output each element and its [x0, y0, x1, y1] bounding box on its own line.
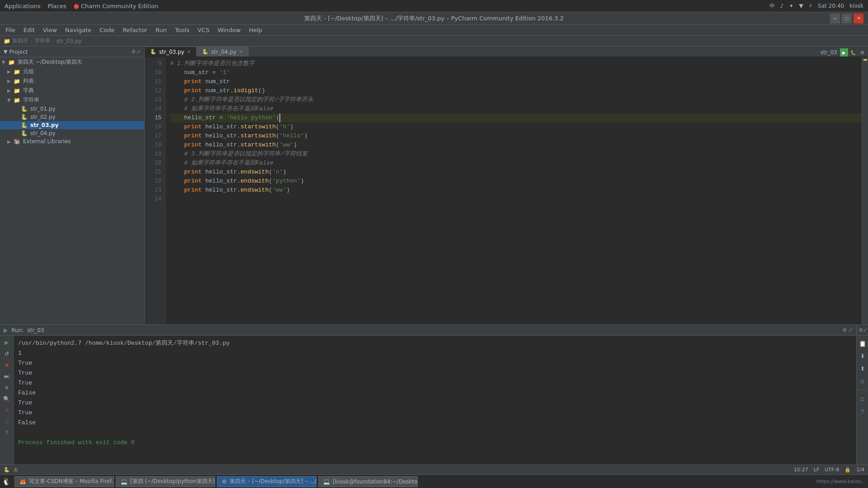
tree-item-liebiao[interactable]: ▶ 📁 列表	[0, 76, 144, 86]
breadcrumb-3[interactable]: str_03.py	[57, 38, 82, 44]
menu-code[interactable]: Code	[96, 26, 118, 34]
tree-label-str04: str_04.py	[30, 130, 56, 136]
menu-refactor[interactable]: Refactor	[119, 26, 151, 34]
code-line-15: hello_str = 'hello python'|	[170, 113, 862, 122]
system-bar-left: Applications Places ● Charm Community Ed…	[5, 2, 159, 9]
code-23-mid: hello_str.	[202, 186, 241, 195]
run-filter-button[interactable]: 🔍	[2, 394, 12, 404]
run-step-button[interactable]: ⏭	[2, 371, 12, 381]
breadcrumb-sep-1: ›	[30, 38, 33, 44]
event-log-btn-5[interactable]: □	[858, 394, 868, 404]
code-paren-21-close: )	[283, 168, 287, 177]
places-menu[interactable]: Places	[47, 3, 66, 9]
project-settings-icon[interactable]: ⚙	[131, 49, 136, 55]
menu-window[interactable]: Window	[214, 26, 244, 34]
event-log-help-btn[interactable]: ?	[858, 407, 868, 417]
code-line-11-rest: num_str	[202, 77, 230, 86]
status-bar: 🐍 ⚠ 15:27 LF UTF-8 🔒 1/4	[0, 465, 868, 474]
maximize-button[interactable]: □	[842, 14, 852, 23]
code-paren-16-close: )	[290, 122, 293, 131]
event-log-btn-1[interactable]: 📋	[858, 338, 868, 348]
breadcrumb-1[interactable]: 第四天	[12, 37, 28, 45]
status-left: 🐍 ⚠	[4, 467, 18, 473]
taskbar-item-firefox[interactable]: 🦊 写文章-CSDN博客 – Mozilla Firef...	[14, 476, 114, 487]
tree-item-str04[interactable]: ▶ 🐍 str_04.py	[0, 129, 144, 137]
tree-item-zidian[interactable]: ▶ 📁 字典	[0, 86, 144, 95]
line-num-18: 18	[145, 141, 165, 150]
applications-menu[interactable]: Applications	[5, 3, 40, 9]
code-editor[interactable]: 9 10 11 12 13 14 15 16 17 18 19 20 21 22	[145, 57, 862, 324]
tree-root-label: 第四天 ~/Desktop/第四天	[18, 58, 82, 66]
run-expand-icon[interactable]: ⤢	[849, 327, 853, 333]
code-scroll-container[interactable]: 9 10 11 12 13 14 15 16 17 18 19 20 21 22	[145, 57, 868, 324]
run-help-button[interactable]: ?	[2, 428, 12, 438]
code-paren-17-close: )	[304, 131, 307, 141]
taskbar-right-area: https://www.baidu...	[816, 479, 866, 484]
tree-root[interactable]: ▼ 📁 第四天 ~/Desktop/第四天	[0, 57, 144, 67]
menu-help[interactable]: Help	[245, 26, 266, 34]
code-line-23: print hello_str.endswith('ww')	[170, 186, 862, 195]
code-line-21: print hello_str.endswith('n')	[170, 168, 862, 177]
run-print-button[interactable]: 🖨	[2, 417, 12, 427]
tree-label-zidian: 字典	[23, 87, 34, 94]
code-paren-21: (	[269, 168, 272, 177]
menu-view[interactable]: View	[39, 26, 61, 34]
menu-vcs[interactable]: VCS	[194, 26, 213, 34]
taskbar-item-terminal2[interactable]: 💻 [kiosk@foundation84:~/Desktop]	[318, 476, 418, 487]
app-logo: ● Charm Community Edition	[74, 2, 159, 9]
run-play-button[interactable]: ▶	[2, 338, 12, 347]
tree-item-zifuchuan[interactable]: ▼ 📁 字符串	[0, 95, 144, 105]
tree-item-str03[interactable]: ▶ 🐍 str_03.py	[0, 121, 144, 129]
event-log-btn-4[interactable]: □	[858, 376, 868, 386]
menu-file[interactable]: File	[2, 26, 19, 34]
tab-close-str04[interactable]: ✕	[239, 49, 243, 54]
run-clear-button[interactable]: ✕	[2, 405, 12, 415]
debug-button[interactable]: 🐛	[849, 48, 857, 56]
tree-item-str02[interactable]: ▶ 🐍 str_02.py	[0, 113, 144, 121]
menu-bar: File Edit View Navigate Code Refactor Ru…	[0, 25, 868, 36]
run-rerun-button[interactable]: ↺	[2, 349, 12, 359]
run-settings-icon[interactable]: ⚙	[842, 327, 847, 333]
run-panel: ▶ Run: str_03 ⚙ ⤢ ▶ ↺ ■ ⏭ ≡ 🔍 ✕	[0, 325, 856, 465]
output-val-1: 1	[18, 350, 22, 357]
right-gutter	[862, 57, 868, 324]
run-button[interactable]: ▶	[840, 48, 848, 56]
menu-edit[interactable]: Edit	[20, 26, 38, 34]
close-button[interactable]: ✕	[854, 14, 863, 23]
event-log-expand-icon[interactable]: ⤢	[863, 327, 867, 333]
code-kw-21: print	[170, 168, 202, 177]
tree-item-yuanzu[interactable]: ▶ 📁 元组	[0, 67, 144, 76]
menu-tools[interactable]: Tools	[171, 26, 193, 34]
tab-close-str03[interactable]: ✕	[187, 49, 191, 54]
line-num-15: 15	[145, 113, 165, 122]
menu-run[interactable]: Run	[152, 26, 170, 34]
code-func-17: startswith	[241, 131, 276, 141]
tab-str03[interactable]: 🐍 str_03.py ✕	[145, 47, 197, 56]
code-line-15-var: hello_str =	[170, 113, 226, 122]
breadcrumb-2[interactable]: 字符串	[34, 37, 51, 45]
event-log-btn-2[interactable]: ⬇	[858, 351, 868, 361]
tree-item-extlib[interactable]: ▶ 📚 External Libraries	[0, 137, 144, 145]
tree-label-str01: str_01.py	[30, 106, 56, 112]
py-icon-str04: 🐍	[21, 130, 29, 136]
code-content[interactable]: # 1.判断字符串是否只包含数字 num_str = '1' print num…	[165, 57, 862, 324]
event-log-btn-3[interactable]: ⬆	[858, 364, 868, 374]
volume-icon: ♪	[780, 3, 784, 9]
taskbar-item-pycharm[interactable]: ⚙ 第四天 – [~/Desktop/第四天] – .../...	[217, 476, 316, 487]
tree-item-str01[interactable]: ▶ 🐍 str_01.py	[0, 105, 144, 113]
run-stop-button[interactable]: ■	[2, 360, 12, 370]
tab-str04[interactable]: 🐍 str_04.py ✕	[197, 47, 249, 56]
output-val-5: False	[18, 389, 36, 396]
taskbar-item-terminal1[interactable]: 💻 [第四 (~/Desktop/python第四天) ...	[116, 476, 215, 487]
run-label: Run:	[11, 327, 24, 333]
minimize-button[interactable]: ─	[830, 14, 840, 23]
code-line-19-text: # 3.判断字符串是否以指定的字符串/字符结束	[170, 150, 307, 159]
datetime: Sat 20:40	[818, 3, 844, 9]
event-log-gear-icon[interactable]: ⚙	[859, 327, 863, 333]
run-config-button[interactable]: ⚙	[858, 48, 866, 56]
main-layout: ▼ Project ⚙ ⤢ ▼ 📁 第四天 ~/Desktop/第四天 ▶	[0, 47, 868, 324]
code-str-1: '1'	[219, 68, 230, 77]
project-expand-icon[interactable]: ⤢	[137, 49, 141, 55]
run-scroll-button[interactable]: ≡	[2, 383, 12, 393]
menu-navigate[interactable]: Navigate	[61, 26, 95, 34]
